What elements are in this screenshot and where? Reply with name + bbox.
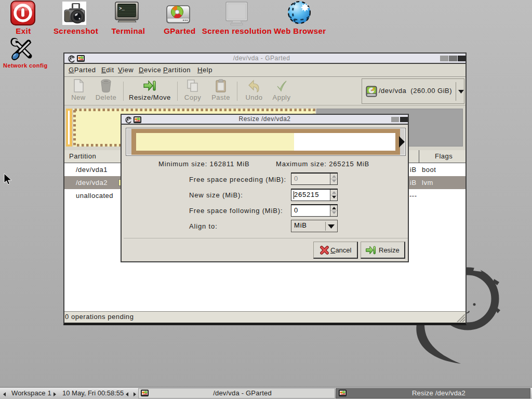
svg-text:>_: >_ [119, 6, 125, 11]
